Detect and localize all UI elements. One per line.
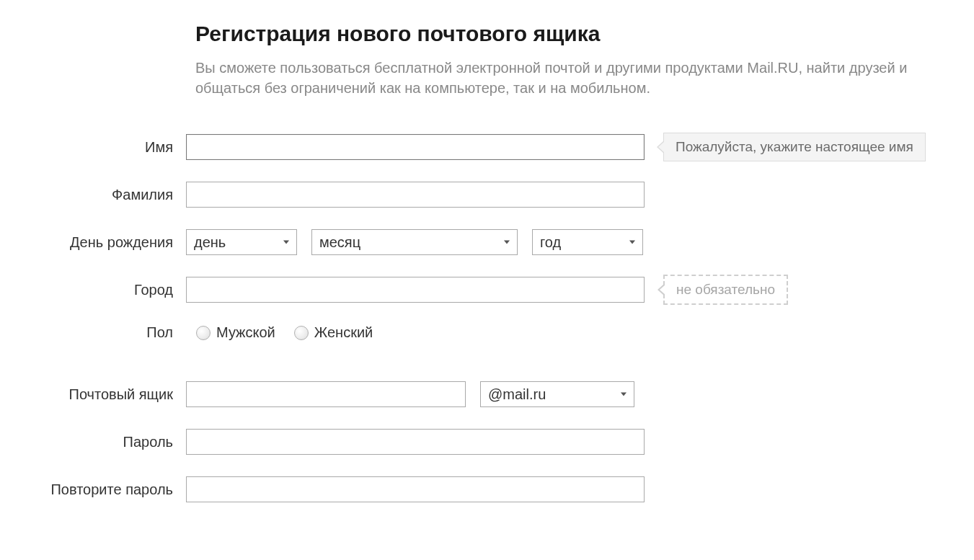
row-city: Город не обязательно (0, 277, 974, 303)
label-city: Город (0, 282, 186, 298)
label-firstname: Имя (0, 139, 186, 156)
row-firstname: Имя Пожалуйста, укажите настоящее имя (0, 134, 974, 160)
row-password: Пароль (0, 429, 974, 455)
password-input[interactable] (186, 429, 645, 455)
page-title: Регистрация нового почтового ящика (195, 22, 916, 46)
page-subtitle: Вы сможете пользоваться бесплатной элект… (195, 58, 916, 98)
label-password-repeat: Повторите пароль (0, 481, 186, 498)
mailbox-domain-select[interactable]: @mail.ru (480, 381, 634, 407)
label-password: Пароль (0, 434, 186, 450)
row-mailbox: Почтовый ящик @mail.ru (0, 381, 974, 407)
tooltip-city-optional: не обязательно (663, 275, 788, 305)
chevron-down-icon (504, 241, 510, 244)
birthday-year-select[interactable]: год (532, 229, 643, 255)
gender-male-radio[interactable]: Мужской (196, 324, 275, 341)
lastname-input[interactable] (186, 182, 645, 208)
mailbox-domain-value: @mail.ru (488, 386, 546, 403)
label-birthday: День рождения (0, 234, 186, 251)
city-input[interactable] (186, 277, 645, 303)
password-repeat-input[interactable] (186, 476, 645, 502)
tooltip-firstname: Пожалуйста, укажите настоящее имя (663, 133, 926, 161)
row-gender: Пол Мужской Женский (0, 324, 974, 341)
row-birthday: День рождения день месяц год (0, 229, 974, 255)
row-password-repeat: Повторите пароль (0, 476, 974, 502)
birthday-year-value: год (540, 234, 561, 251)
birthday-day-select[interactable]: день (186, 229, 297, 255)
birthday-month-value: месяц (319, 234, 360, 251)
birthday-month-select[interactable]: месяц (311, 229, 518, 255)
label-mailbox: Почтовый ящик (0, 386, 186, 403)
radio-icon (294, 326, 309, 340)
firstname-input[interactable] (186, 134, 645, 160)
mailbox-input[interactable] (186, 381, 466, 407)
birthday-day-value: день (194, 234, 226, 251)
label-lastname: Фамилия (0, 187, 186, 203)
label-gender: Пол (0, 324, 186, 341)
radio-icon (196, 326, 211, 340)
gender-female-label: Женский (314, 324, 373, 341)
gender-female-radio[interactable]: Женский (294, 324, 373, 341)
row-lastname: Фамилия (0, 182, 974, 208)
gender-male-label: Мужской (216, 324, 275, 341)
chevron-down-icon (629, 241, 635, 244)
chevron-down-icon (621, 393, 627, 396)
chevron-down-icon (283, 241, 289, 244)
